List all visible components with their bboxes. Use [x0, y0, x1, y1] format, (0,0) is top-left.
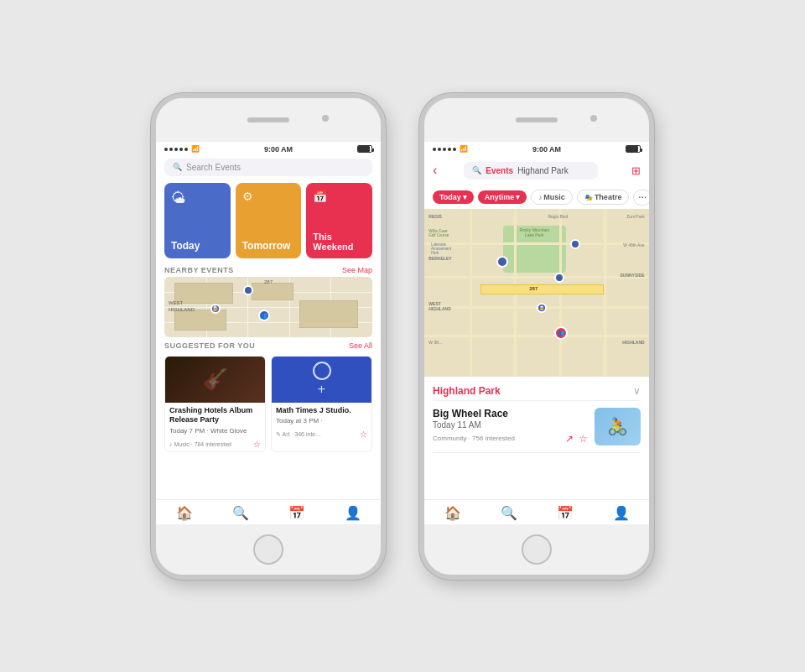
filter-music[interactable]: ♪ Music: [531, 190, 573, 205]
favorite-icon-3[interactable]: ☆: [579, 433, 588, 445]
nav-profile-1[interactable]: 👤: [325, 505, 381, 521]
tile-tomorrow[interactable]: ⚙ Tomorrow: [236, 183, 302, 258]
search-bar-1[interactable]: 🔍 Search Events: [164, 159, 372, 176]
location-chevron[interactable]: ∨: [633, 385, 641, 397]
map-block: [299, 300, 357, 327]
event-row-1-footer: Community · 756 interested ↗ ☆: [433, 430, 588, 445]
category-tiles: 🌤 Today ⚙ Tomorrow 📅 This Weekend: [156, 180, 381, 262]
map-block: [174, 310, 226, 331]
map-pin-2: 🍺: [210, 304, 221, 314]
event-card-2-meta: Today at 3 PM ·: [276, 417, 367, 425]
event-card-2-footer: ✎ Art · 346 inte... ☆: [272, 428, 371, 441]
event-card-1-tag: ♪ Music · 784 interested: [169, 441, 231, 447]
event-card-1-title: Crashing Hotels Album Release Party: [169, 406, 261, 425]
event-card-2-tag: ✎ Art · 346 inte...: [276, 431, 320, 438]
favorite-icon-2[interactable]: ☆: [360, 430, 367, 439]
phone-bottom-2: [424, 524, 649, 575]
tile-today[interactable]: 🌤 Today: [164, 183, 231, 258]
favorite-icon-1[interactable]: ☆: [253, 440, 261, 449]
map-label-highland: HIGHLAND: [169, 307, 195, 312]
filter-bar: Today ▾ Anytime ▾ ♪ Music 🎭 Theatre ⋯: [424, 186, 649, 209]
nearby-header: NEARBY EVENTS See Map: [156, 262, 381, 277]
wifi-icon-1: 📶: [191, 145, 200, 153]
location-header: Highland Park ∨: [433, 382, 641, 401]
map-road-h4: [424, 335, 649, 337]
battery-1: [357, 145, 372, 153]
filter-theatre-icon: 🎭: [584, 194, 593, 201]
tile-today-icon: 🌤: [171, 190, 224, 207]
battery-fill-1: [358, 146, 370, 152]
filter-today-label: Today: [439, 193, 461, 201]
location-name: Highland Park: [433, 385, 501, 397]
nav-profile-2[interactable]: 👤: [593, 505, 649, 521]
map-road-h1: [424, 242, 649, 245]
map-block: [252, 283, 293, 301]
map-pin-p2-2: 🍺: [537, 303, 547, 313]
map-road-v1: [470, 209, 472, 377]
nav-search-2[interactable]: 🔍: [480, 505, 537, 521]
event-card-2-body: Math Times J Studio. Today at 3 PM ·: [272, 403, 371, 429]
filter-music-label: Music: [543, 193, 565, 201]
home-button-2[interactable]: [522, 534, 552, 565]
speaker-1: [247, 117, 289, 122]
status-bar-2: 📶 9:00 AM: [424, 142, 649, 155]
filter-anytime[interactable]: Anytime ▾: [478, 190, 527, 204]
nearby-map[interactable]: 🎵 🍺 👥 287 WEST HIGHLAND: [164, 277, 372, 337]
tile-today-label: Today: [171, 240, 224, 252]
filter-settings-icon[interactable]: ⊞: [631, 164, 641, 177]
event-row-1-tag: Community · 756 interested: [433, 435, 515, 442]
tile-weekend[interactable]: 📅 This Weekend: [306, 183, 372, 258]
share-icon[interactable]: ↗: [565, 433, 574, 445]
map-pin-p2-4: 🎵: [570, 239, 580, 249]
search-icon-1: 🔍: [173, 163, 182, 171]
label-regis-blvd: Regis Blvd: [548, 214, 568, 219]
golf-label: Willis CaseGolf Course: [428, 229, 449, 239]
event-row-1-image: 🚴: [595, 408, 641, 445]
search-label-2: Events: [486, 166, 513, 175]
phone-top-2: [424, 98, 649, 142]
label-w38: W 38...: [428, 340, 442, 345]
back-button[interactable]: ‹: [433, 163, 437, 178]
map-pin-3: 👥: [258, 310, 270, 321]
nav-calendar-2[interactable]: 📅: [537, 505, 593, 521]
time-1: 9:00 AM: [264, 145, 293, 154]
event-card-1[interactable]: 🎸 Crashing Hotels Album Release Party To…: [164, 356, 266, 452]
highway: [480, 284, 604, 294]
event-card-1-footer: ♪ Music · 784 interested ☆: [165, 438, 265, 451]
event-card-2-title: Math Times J Studio.: [276, 406, 367, 416]
map-road-v4: [604, 209, 606, 377]
filter-more[interactable]: ⋯: [633, 190, 649, 206]
bottom-nav-2: 🏠 🔍 📅 👤: [424, 499, 649, 524]
battery-2: [626, 145, 641, 153]
label-highland: HIGHLAND: [622, 340, 644, 345]
filter-anytime-label: Anytime: [485, 193, 515, 201]
search-bar-2[interactable]: 🔍 Events Highand Park: [464, 162, 598, 180]
wifi-icon-2: 📶: [460, 145, 468, 153]
phone-top-1: [156, 98, 381, 142]
nav-search-1[interactable]: 🔍: [212, 505, 268, 521]
see-all-link[interactable]: See All: [349, 341, 372, 350]
nav-home-2[interactable]: 🏠: [424, 505, 480, 521]
nav-home-1[interactable]: 🏠: [156, 505, 212, 521]
label-zuni: Zuni Park: [626, 214, 644, 219]
signal-area-2: 📶: [433, 145, 468, 153]
filter-theatre-label: Theatre: [595, 193, 622, 201]
main-map[interactable]: Rocky MountainLake Park 287 REGIS Regis …: [424, 209, 649, 377]
filter-today[interactable]: Today ▾: [433, 190, 474, 204]
phone-bottom-1: [156, 524, 381, 575]
search-value-2: Highand Park: [517, 166, 569, 175]
event-row-1[interactable]: Big Wheel Race Today 11 AM Community · 7…: [433, 401, 641, 453]
bottom-nav-1: 🏠 🔍 📅 👤: [156, 499, 381, 524]
see-map-link[interactable]: See Map: [342, 266, 372, 274]
filter-theatre[interactable]: 🎭 Theatre: [577, 190, 630, 205]
home-button-1[interactable]: [253, 534, 283, 565]
map-label-west: WEST: [169, 300, 183, 305]
search-placeholder-1: Search Events: [186, 163, 241, 172]
nearby-title: NEARBY EVENTS: [164, 266, 234, 274]
event-card-2[interactable]: + Math Times J Studio. Today at 3 PM · ✎…: [271, 356, 372, 452]
phone-1: 📶 9:00 AM 🔍 Search Events 🌤 Today ⚙ Tomo…: [151, 93, 386, 580]
event-card-1-body: Crashing Hotels Album Release Party Toda…: [165, 403, 265, 438]
filter-anytime-chevron: ▾: [516, 193, 520, 201]
map-pin-selected: 👥: [554, 326, 568, 340]
nav-calendar-1[interactable]: 📅: [268, 505, 325, 521]
